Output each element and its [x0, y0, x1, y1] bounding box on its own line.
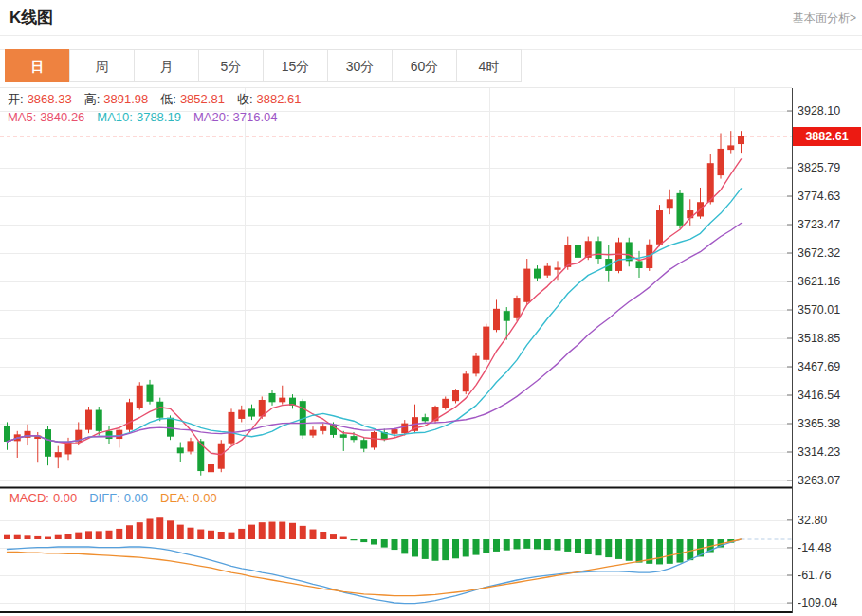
kline-page: K线图 基本面分析> 日周月5分15分30分60分4时 开:3868.33高:3…	[0, 0, 862, 616]
price-tick-label: 3672.32	[798, 245, 840, 261]
macd-readout-label: DIFF:	[89, 491, 120, 505]
ohlc-readout-value: 3852.81	[180, 92, 225, 106]
tab-月[interactable]: 月	[134, 49, 199, 82]
ohlc-readout-label: 高:	[84, 92, 101, 106]
macd-readout-value: 0.00	[124, 491, 148, 505]
price-tick-label: 3518.85	[798, 331, 840, 346]
ma-readout-value: 3788.19	[137, 110, 181, 124]
macd-tick-label: 32.80	[798, 513, 827, 528]
price-tick-label: 3467.69	[798, 359, 840, 374]
macd-readout-value: 0.00	[193, 491, 216, 505]
price-tick-label: 3263.07	[798, 473, 840, 488]
price-tick-label: 3774.63	[798, 189, 840, 204]
ma-readout-label: MA10:	[97, 110, 133, 124]
ohlc-readout-label: 收:	[237, 92, 253, 106]
current-price-label: 3882.61	[793, 127, 861, 146]
tab-5分[interactable]: 5分	[198, 49, 264, 82]
ohlc-readout: 开:3868.33高:3891.98低:3852.81收:3882.61	[8, 91, 302, 108]
price-tick-label: 3825.79	[798, 160, 840, 175]
ohlc-readout-value: 3868.33	[28, 92, 72, 106]
tab-bar: 日周月5分15分30分60分4时	[6, 49, 522, 82]
ma-readout-value: 3840.26	[40, 110, 84, 124]
price-tick-label: 3723.47	[798, 217, 840, 232]
ohlc-readout-label: 低:	[160, 92, 176, 106]
tab-4时[interactable]: 4时	[456, 49, 522, 82]
tab-30分[interactable]: 30分	[327, 49, 393, 82]
tab-周[interactable]: 周	[69, 49, 135, 82]
ohlc-readout-value: 3891.98	[103, 92, 148, 106]
macd-tick-label: -109.04	[798, 595, 837, 610]
tab-日[interactable]: 日	[5, 49, 70, 82]
macd-readout-label: MACD:	[9, 491, 49, 505]
price-tick-label: 3928.10	[798, 103, 840, 118]
ma-readout-label: MA20:	[193, 110, 229, 124]
ohlc-readout-value: 3882.61	[257, 92, 302, 106]
macd-tick-label: -61.76	[798, 568, 831, 583]
tab-15分[interactable]: 15分	[263, 49, 328, 82]
price-tick-label: 3570.01	[798, 302, 840, 317]
ma-readout: MA5:3840.26MA10:3788.19MA20:3716.04	[8, 110, 278, 124]
price-tick-label: 3621.16	[798, 274, 840, 289]
tab-60分[interactable]: 60分	[392, 49, 457, 82]
macd-readout-value: 0.00	[53, 491, 77, 505]
macd-readout: MACD:0.00DIFF:0.00DEA:0.00	[9, 491, 217, 505]
ohlc-readout-label: 开:	[8, 92, 24, 106]
ma-readout-value: 3716.04	[233, 110, 278, 124]
price-tick-label: 3314.23	[798, 444, 840, 460]
macd-tick-label: -14.48	[798, 540, 831, 555]
price-tick-label: 3416.54	[798, 388, 840, 403]
price-tick-label: 3365.38	[798, 416, 840, 431]
macd-readout-label: DEA:	[160, 491, 189, 505]
ma-readout-label: MA5:	[8, 110, 36, 124]
